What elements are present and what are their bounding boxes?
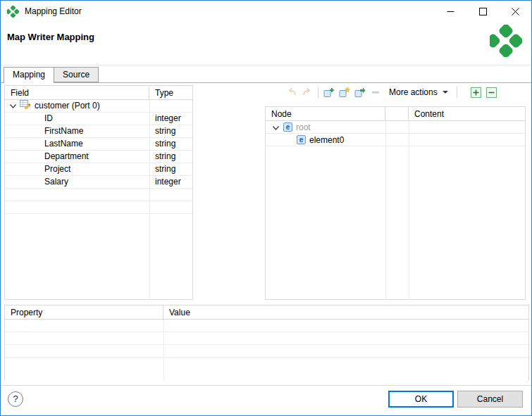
header-separator bbox=[1, 65, 531, 65]
empty-table-row bbox=[5, 201, 192, 214]
field-row-project[interactable]: Project string bbox=[5, 163, 192, 176]
node-toolbar: More actions bbox=[267, 84, 526, 101]
column-header-content[interactable]: Content bbox=[409, 107, 525, 120]
map-arrow-right-icon[interactable] bbox=[299, 84, 315, 100]
minimize-button[interactable] bbox=[434, 1, 466, 22]
field-row-salary[interactable]: Salary integer bbox=[5, 176, 192, 189]
field-table-body: customer (Port 0) ID integer FirstName s… bbox=[5, 100, 192, 300]
node-table-header: Node Content bbox=[266, 107, 525, 121]
field-row-department[interactable]: Department string bbox=[5, 151, 192, 163]
tree-node-label: root bbox=[296, 122, 311, 132]
window-controls bbox=[434, 1, 531, 22]
field-name: FirstName bbox=[5, 125, 149, 137]
field-table-header: Field Type bbox=[5, 86, 192, 100]
empty-table-row bbox=[5, 320, 528, 332]
field-row-lastname[interactable]: LastName string bbox=[5, 138, 192, 151]
tree-node-label: customer (Port 0) bbox=[35, 100, 100, 112]
field-type: integer bbox=[149, 113, 192, 125]
tab-source[interactable]: Source bbox=[54, 67, 99, 82]
more-actions-label: More actions bbox=[389, 87, 438, 97]
node-table: Node Content e root e element0 bbox=[265, 106, 526, 300]
column-header-property[interactable]: Property bbox=[5, 305, 163, 319]
close-button[interactable] bbox=[499, 1, 531, 22]
field-type: string bbox=[149, 163, 192, 175]
add-property-icon[interactable] bbox=[352, 84, 368, 100]
map-arrow-left-icon[interactable] bbox=[284, 84, 299, 100]
property-table-body bbox=[5, 320, 528, 381]
clover-logo bbox=[490, 25, 522, 57]
tab-bar: Mapping Source bbox=[4, 67, 98, 83]
empty-table-row bbox=[5, 189, 192, 201]
expand-chevron-icon[interactable] bbox=[273, 122, 279, 132]
node-table-body: e root e element0 bbox=[266, 121, 525, 300]
field-name: Project bbox=[5, 163, 149, 175]
field-name: LastName bbox=[5, 138, 149, 150]
field-type: integer bbox=[149, 176, 192, 188]
tree-row-root[interactable]: e root bbox=[266, 121, 525, 134]
field-type: string bbox=[149, 125, 192, 137]
remove-node-icon[interactable] bbox=[368, 84, 383, 100]
empty-table-row bbox=[5, 345, 528, 358]
field-type-divider bbox=[149, 100, 150, 300]
app-clover-icon bbox=[7, 6, 19, 18]
mapping-editor-dialog: Mapping Editor Map Writer Mapping bbox=[0, 0, 532, 416]
field-row-firstname[interactable]: FirstName string bbox=[5, 125, 192, 138]
expand-chevron-icon[interactable] bbox=[10, 100, 16, 112]
tree-node-label: element0 bbox=[309, 135, 344, 145]
field-name: Department bbox=[5, 151, 149, 163]
tree-row-customer[interactable]: customer (Port 0) bbox=[5, 100, 192, 113]
help-button[interactable]: ? bbox=[8, 391, 23, 407]
window-title: Mapping Editor bbox=[25, 6, 82, 16]
element-icon: e bbox=[283, 122, 292, 132]
add-wildcard-element-icon[interactable] bbox=[337, 84, 352, 100]
more-actions-button[interactable]: More actions bbox=[384, 84, 453, 100]
expand-all-icon[interactable] bbox=[469, 84, 484, 100]
empty-table-row bbox=[5, 332, 528, 345]
add-child-element-icon[interactable] bbox=[321, 84, 337, 100]
column-header-field[interactable]: Field bbox=[5, 86, 149, 99]
column-header-spacer bbox=[385, 107, 409, 120]
property-table: Property Value bbox=[4, 305, 529, 381]
button-bar-separator bbox=[1, 385, 531, 386]
tree-row-element0[interactable]: e element0 bbox=[266, 134, 525, 146]
field-table: Field Type bbox=[4, 85, 193, 300]
element-icon: e bbox=[297, 135, 306, 144]
collapse-all-icon[interactable] bbox=[484, 84, 500, 100]
property-table-header: Property Value bbox=[5, 305, 528, 320]
tab-mapping[interactable]: Mapping bbox=[4, 67, 54, 83]
node-column-divider bbox=[385, 121, 386, 300]
chevron-down-icon bbox=[443, 91, 448, 94]
column-header-type[interactable]: Type bbox=[149, 86, 192, 99]
page-title: Map Writer Mapping bbox=[7, 32, 94, 42]
cancel-button[interactable]: Cancel bbox=[457, 391, 523, 408]
maximize-button[interactable] bbox=[466, 1, 499, 22]
column-header-node[interactable]: Node bbox=[266, 107, 385, 120]
field-name: Salary bbox=[5, 176, 149, 188]
property-value-divider bbox=[163, 320, 164, 381]
field-name: ID bbox=[5, 113, 149, 125]
field-type: string bbox=[149, 151, 192, 163]
title-bar: Mapping Editor bbox=[1, 1, 531, 22]
column-header-value[interactable]: Value bbox=[163, 305, 528, 319]
field-row-id[interactable]: ID integer bbox=[5, 113, 192, 125]
toolbar-separator bbox=[318, 87, 318, 98]
field-type: string bbox=[149, 138, 192, 150]
ok-button[interactable]: OK bbox=[388, 391, 454, 408]
content-column-divider bbox=[409, 121, 409, 300]
record-edit-icon bbox=[20, 100, 31, 112]
toolbar-separator bbox=[457, 87, 457, 98]
